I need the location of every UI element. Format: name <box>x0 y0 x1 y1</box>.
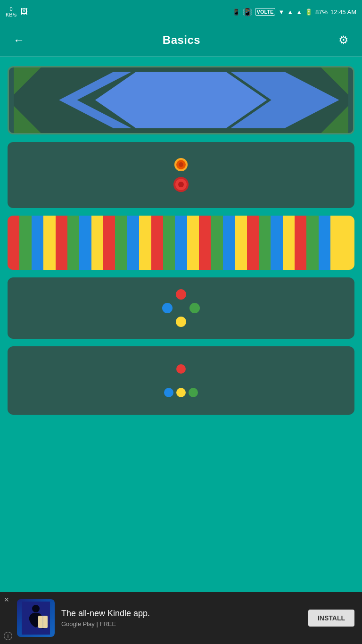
vibrate-icon: 📳 <box>243 8 252 17</box>
google-play-text: Google Play <box>61 620 95 627</box>
volte-badge: VOLTE <box>255 8 276 16</box>
card-dots-2[interactable] <box>8 346 354 415</box>
card-flower[interactable] <box>8 142 354 208</box>
stripe <box>283 216 295 270</box>
ad-info-icon[interactable]: i <box>4 632 12 640</box>
signal-2-icon: ▲ <box>296 8 302 16</box>
ad-install-button[interactable]: INSTALL <box>308 610 354 627</box>
battery-icon: 🔋 <box>305 8 313 16</box>
wifi-icon: ▼ <box>278 8 284 16</box>
card-dots[interactable] <box>8 277 354 339</box>
main-content <box>0 57 362 526</box>
diamond-svg <box>9 67 353 133</box>
battery-percent: 87% <box>315 8 328 16</box>
back-button[interactable]: ← <box>9 30 28 50</box>
stripe <box>319 216 330 270</box>
dot2-blue <box>164 388 173 397</box>
flower-svg <box>153 147 209 203</box>
stripe <box>91 216 103 270</box>
stripe <box>343 216 354 270</box>
dot-yellow <box>176 317 186 327</box>
ad-text-block: The all-new Kindle app. Google Play | FR… <box>61 609 302 627</box>
stripe <box>330 216 342 270</box>
stripe <box>32 216 43 270</box>
stripe <box>259 216 271 270</box>
dot-green <box>189 303 200 313</box>
stripe <box>79 216 91 270</box>
dot2-green <box>189 388 198 397</box>
stripe <box>8 216 19 270</box>
stripe <box>175 216 187 270</box>
dot-blue <box>162 303 173 313</box>
stripe <box>151 216 163 270</box>
stripe <box>19 216 31 270</box>
card-diamonds[interactable] <box>8 66 354 134</box>
ad-image <box>17 599 55 637</box>
card-stripes[interactable] <box>8 216 354 270</box>
top-bar: ← Basics ⚙ <box>0 24 362 57</box>
ad-close-icon[interactable]: ✕ <box>4 596 9 603</box>
dot2-yellow <box>176 388 186 397</box>
dot2-red <box>176 364 186 374</box>
phone-icon: 📱 <box>232 8 240 16</box>
stripe <box>127 216 139 270</box>
stripe <box>235 216 247 270</box>
signal-1-icon: ▲ <box>287 8 293 16</box>
free-text: FREE <box>99 620 116 627</box>
stripe <box>247 216 259 270</box>
svg-point-25 <box>178 182 184 187</box>
dot-red <box>176 289 186 300</box>
ad-subtitle: Google Play | FREE <box>61 620 302 627</box>
stripe <box>187 216 199 270</box>
stripe <box>211 216 222 270</box>
spacer <box>8 422 354 517</box>
stripe <box>271 216 282 270</box>
image-icon: 🖼 <box>20 8 28 16</box>
status-left: 0KB/s 🖼 <box>6 6 28 17</box>
svg-point-16 <box>179 162 183 167</box>
data-speed: 0KB/s <box>6 6 16 17</box>
kindle-logo-svg <box>22 602 50 635</box>
status-right: 📱 📳 VOLTE ▼ ▲ ▲ 🔋 87% 12:45 AM <box>232 8 356 17</box>
dots-container-2 <box>162 364 200 397</box>
stripe <box>199 216 211 270</box>
stripe <box>56 216 67 270</box>
dots-container <box>157 289 205 327</box>
settings-button[interactable]: ⚙ <box>335 30 353 50</box>
svg-point-27 <box>32 605 40 612</box>
time: 12:45 AM <box>330 8 356 16</box>
stripe <box>103 216 115 270</box>
ad-banner[interactable]: ✕ i The all-new Kindle app. Google Play … <box>0 592 362 644</box>
stripe <box>295 216 306 270</box>
page-title: Basics <box>163 33 200 47</box>
status-bar: 0KB/s 🖼 📱 📳 VOLTE ▼ ▲ ▲ 🔋 87% 12:45 AM <box>0 0 362 24</box>
stripe <box>306 216 318 270</box>
stripe <box>139 216 151 270</box>
stripe <box>43 216 55 270</box>
stripe <box>115 216 127 270</box>
stripe <box>67 216 79 270</box>
ad-title: The all-new Kindle app. <box>61 609 302 619</box>
stripe <box>223 216 235 270</box>
stripe <box>163 216 175 270</box>
